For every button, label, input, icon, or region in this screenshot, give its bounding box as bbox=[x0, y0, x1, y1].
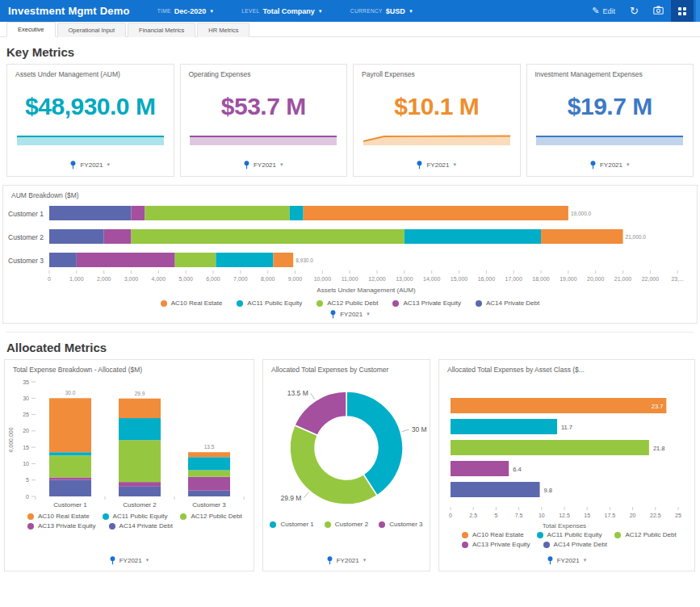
svg-text:23,...: 23,... bbox=[671, 276, 684, 282]
camera-icon bbox=[653, 6, 664, 16]
expenses-by-customer-legend: Customer 1Customer 2Customer 3 bbox=[263, 521, 430, 528]
legend-item-ac14-private-debt[interactable]: AC14 Private Debt bbox=[543, 541, 607, 548]
period-selector[interactable]: FY2021▾ bbox=[7, 157, 174, 172]
svg-text:19,000: 19,000 bbox=[560, 276, 577, 282]
tab-financial-metrics[interactable]: Financial Metrics bbox=[128, 23, 195, 37]
chevron-down-icon: ▾ bbox=[367, 311, 370, 317]
legend-item-ac13-private-equity[interactable]: AC13 Private Equity bbox=[462, 541, 530, 548]
apps-grid-icon bbox=[678, 7, 686, 15]
tab-operational-input[interactable]: Operational Input bbox=[57, 23, 127, 37]
allocated-charts-row: Total Expense Breakdown - Allocated ($M)… bbox=[4, 359, 696, 571]
svg-text:Customer 2: Customer 2 bbox=[8, 233, 44, 241]
legend-label: AC12 Public Debt bbox=[191, 513, 241, 520]
legend-item-ac14-private-debt[interactable]: AC14 Private Debt bbox=[109, 522, 173, 530]
refresh-button[interactable]: ↻ bbox=[622, 0, 646, 22]
legend-dot bbox=[161, 300, 167, 307]
legend-dot bbox=[27, 523, 34, 530]
kpi-title: Payroll Expenses bbox=[354, 65, 520, 80]
expenses-by-customer-chart: 30 M29.9 M13.5 M bbox=[263, 375, 430, 521]
svg-text:30.0: 30.0 bbox=[65, 390, 76, 396]
kpi-value: $53.7 M bbox=[181, 93, 347, 120]
kpi-card-operating-expenses: Operating Expenses$53.7 MFY2021▾ bbox=[180, 64, 348, 177]
svg-text:5,000: 5,000 bbox=[178, 276, 193, 282]
period-selector[interactable]: FY2021▾ bbox=[527, 157, 694, 172]
chevron-down-icon: ▼ bbox=[209, 9, 214, 14]
legend-item-customer-1[interactable]: Customer 1 bbox=[270, 521, 313, 528]
legend-item-ac14-private-debt[interactable]: AC14 Private Debt bbox=[476, 299, 539, 307]
legend-label: AC10 Real Estate bbox=[171, 299, 223, 307]
legend-item-customer-3[interactable]: Customer 3 bbox=[379, 521, 422, 528]
expenses-by-asset-class-chart: 23.711.721.86.49.802.557.51012.51517.520… bbox=[439, 375, 691, 531]
period-selector[interactable]: FY2021▾ bbox=[439, 553, 694, 567]
legend-dot bbox=[270, 521, 276, 528]
period-selector[interactable]: FY2021▾ bbox=[5, 553, 254, 567]
svg-text:14,000: 14,000 bbox=[423, 276, 441, 282]
legend-dot bbox=[543, 542, 550, 548]
legend-label: AC14 Private Debt bbox=[486, 299, 539, 307]
header-edge-button[interactable] bbox=[696, 0, 700, 22]
chevron-down-icon: ▼ bbox=[409, 9, 413, 14]
tab-bar: ExecutiveOperational InputFinancial Metr… bbox=[0, 22, 700, 37]
chevron-down-icon: ▾ bbox=[280, 161, 283, 168]
svg-text:2.5: 2.5 bbox=[469, 513, 477, 518]
svg-text:#,000,000: #,000,000 bbox=[8, 427, 14, 452]
chevron-down-icon: ▼ bbox=[318, 9, 323, 14]
refresh-icon: ↻ bbox=[630, 6, 639, 16]
legend-item-ac11-public-equity[interactable]: AC11 Public Equity bbox=[103, 513, 168, 520]
period-label: FY2021 bbox=[557, 557, 580, 564]
tab-executive[interactable]: Executive bbox=[6, 22, 56, 37]
period-selector[interactable]: FY2021▾ bbox=[354, 157, 520, 172]
svg-text:5: 5 bbox=[494, 513, 497, 518]
section-title-allocated-metrics: Allocated Metrics bbox=[6, 332, 694, 354]
legend-label: AC10 Real Estate bbox=[472, 531, 524, 538]
kpi-row: Assets Under Management (AUM)$48,930.0 M… bbox=[6, 64, 694, 177]
time-selector[interactable]: TIME Dec-2020 ▼ bbox=[157, 7, 215, 15]
pin-icon bbox=[417, 161, 422, 170]
chevron-down-icon: ▾ bbox=[584, 557, 587, 563]
chart-title: Total Expense Breakdown - Allocated ($M) bbox=[5, 360, 254, 375]
currency-selector[interactable]: CURRENCY $USD ▼ bbox=[350, 7, 413, 15]
period-selector[interactable]: FY2021▾ bbox=[3, 307, 697, 321]
legend-item-ac10-real-estate[interactable]: AC10 Real Estate bbox=[27, 513, 90, 520]
legend-label: Customer 3 bbox=[389, 521, 422, 528]
legend-item-ac11-public-equity[interactable]: AC11 Public Equity bbox=[237, 299, 302, 307]
svg-text:30: 30 bbox=[23, 396, 29, 401]
chevron-down-icon: ▾ bbox=[363, 557, 367, 563]
pin-icon bbox=[327, 556, 333, 565]
legend-item-ac12-public-debt[interactable]: AC12 Public Debt bbox=[614, 531, 676, 538]
legend-item-ac10-real-estate[interactable]: AC10 Real Estate bbox=[462, 531, 524, 538]
aum-breakdown-chart: 01,0002,0003,0004,0005,0006,0007,0008,00… bbox=[3, 201, 694, 296]
legend-item-ac11-public-equity[interactable]: AC11 Public Equity bbox=[537, 531, 602, 538]
legend-item-ac10-real-estate[interactable]: AC10 Real Estate bbox=[161, 299, 223, 307]
currency-selector-label: CURRENCY bbox=[350, 8, 383, 14]
kpi-sparkline bbox=[363, 133, 510, 146]
svg-text:Customer 1: Customer 1 bbox=[53, 501, 87, 509]
legend-label: AC14 Private Debt bbox=[119, 522, 173, 530]
legend-label: AC11 Public Equity bbox=[547, 531, 602, 538]
svg-text:0: 0 bbox=[449, 513, 452, 518]
legend-item-ac13-private-equity[interactable]: AC13 Private Equity bbox=[27, 522, 96, 530]
screenshot-button[interactable] bbox=[646, 0, 671, 22]
legend-item-customer-2[interactable]: Customer 2 bbox=[325, 521, 368, 528]
legend-dot bbox=[27, 513, 34, 520]
level-selector[interactable]: LEVEL Total Company ▼ bbox=[241, 7, 323, 15]
apps-menu-button[interactable] bbox=[671, 0, 694, 22]
chevron-down-icon: ▾ bbox=[454, 161, 457, 168]
period-selector[interactable]: FY2021▾ bbox=[181, 157, 347, 172]
legend-dot bbox=[537, 532, 543, 538]
section-title-key-metrics: Key Metrics bbox=[6, 45, 694, 59]
kpi-title: Assets Under Management (AUM) bbox=[7, 65, 174, 80]
svg-text:29.9 M: 29.9 M bbox=[280, 494, 301, 502]
legend-dot bbox=[237, 300, 243, 307]
period-selector[interactable]: FY2021▾ bbox=[263, 553, 430, 567]
level-selector-value: Total Company bbox=[263, 7, 315, 15]
expense-breakdown-card: Total Expense Breakdown - Allocated ($M)… bbox=[4, 359, 254, 571]
legend-item-ac13-private-equity[interactable]: AC13 Private Equity bbox=[392, 299, 461, 307]
legend-item-ac12-public-debt[interactable]: AC12 Public Debt bbox=[180, 513, 241, 520]
edit-button[interactable]: ✎ Edit bbox=[585, 0, 622, 22]
kpi-sparkline bbox=[190, 133, 337, 146]
svg-text:10: 10 bbox=[23, 461, 29, 467]
legend-item-ac12-public-debt[interactable]: AC12 Public Debt bbox=[316, 299, 378, 307]
aum-legend: AC10 Real EstateAC11 Public EquityAC12 P… bbox=[3, 299, 697, 307]
tab-hr-metrics[interactable]: HR Metrics bbox=[197, 23, 249, 37]
